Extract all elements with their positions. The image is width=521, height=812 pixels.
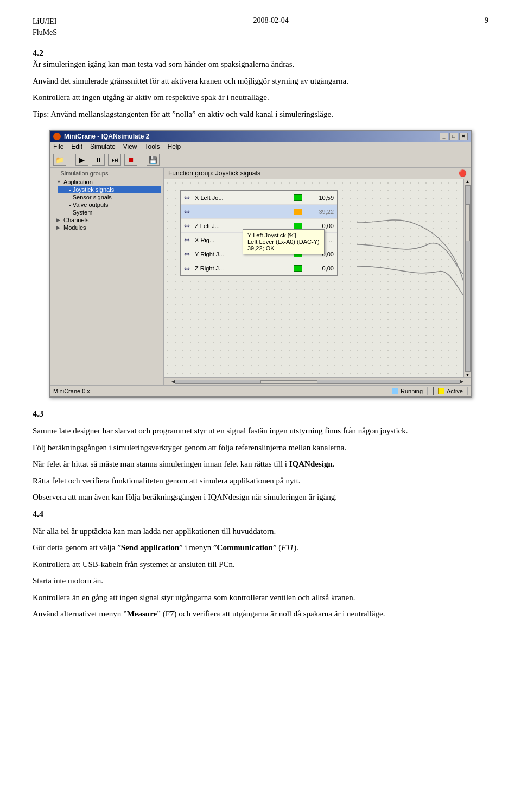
- signal-row-6[interactable]: ⇔ Z Right J... 0,00: [181, 261, 337, 275]
- signal-value-3: 0,00: [304, 223, 337, 229]
- signal-icon-1: ⇔: [181, 193, 193, 202]
- signal-row-2[interactable]: ⇔ 39,22: [181, 205, 337, 219]
- vertical-scrollbar[interactable]: ▲ ▼: [463, 179, 471, 377]
- signal-icon-5: ⇔: [181, 250, 193, 258]
- toolbar-stop-btn[interactable]: ⏹: [124, 154, 137, 166]
- window-title: MiniCrane - IQANsimulate 2: [64, 133, 149, 140]
- tooltip-line2: Left Lever (Lx-A0) (DAC-Y): [247, 238, 320, 245]
- section-44-para6-end: ” (F7) och verifiera att utgångarna är n…: [157, 609, 385, 618]
- menu-simulate[interactable]: Simulate: [90, 143, 116, 150]
- tooltip-box: Y Left Joystick [%] Left Lever (Lx-A0) (…: [243, 229, 325, 254]
- status-active-label: Active: [447, 388, 463, 394]
- menu-help[interactable]: Help: [168, 143, 181, 150]
- menu-edit[interactable]: Edit: [71, 143, 82, 150]
- tree-item-system[interactable]: - System: [58, 209, 161, 216]
- sidebar-title: - - Simulation groups: [52, 170, 161, 177]
- scroll-h-track: [175, 380, 460, 384]
- section-43-para4: Rätta felet och verifiera funktionalitet…: [33, 475, 488, 487]
- scroll-h-thumb[interactable]: [260, 380, 317, 383]
- scroll-up-arrow[interactable]: ▲: [466, 179, 470, 184]
- section-44-communication: Communication: [217, 543, 273, 552]
- signal-row-1[interactable]: ⇔ X Left Jo... 10,59: [181, 191, 337, 205]
- toolbar: 📁 ▶ ⏸ ⏭ ⏹ 💾: [50, 152, 471, 168]
- maximize-button[interactable]: □: [449, 133, 458, 140]
- tree-item-joystick[interactable]: - Joystick signals: [58, 186, 161, 193]
- tree-item-channels[interactable]: ▶ Channels: [52, 216, 161, 224]
- section-44-para2: Gör detta genom att välja ”Send applicat…: [33, 542, 488, 554]
- scroll-thumb[interactable]: [466, 204, 470, 241]
- signal-value-1: 10,59: [304, 194, 337, 201]
- status-version: MiniCrane 0.x: [53, 388, 382, 394]
- section-43-para3-text: När felet är hittat så måste man stanna …: [33, 459, 287, 468]
- section-44-heading: 4.4: [33, 508, 488, 521]
- menu-view[interactable]: View: [123, 143, 137, 150]
- scroll-down-arrow[interactable]: ▼: [466, 373, 470, 377]
- section-44-para2-start: Gör detta genom att välja ”: [33, 543, 121, 552]
- header-date: 2008-02-04: [253, 16, 288, 25]
- section-43-para3: När felet är hittat så måste man stanna …: [33, 458, 488, 470]
- status-bar: MiniCrane 0.x Running Active: [50, 385, 471, 396]
- tree-item-sensor[interactable]: - Sensor signals: [58, 193, 161, 201]
- title-bar-buttons[interactable]: _ □ ✕: [440, 133, 468, 140]
- signal-value-2: 39,22: [304, 209, 337, 215]
- section-42-para3: Kontrollera att ingen utgång är aktiv om…: [33, 91, 488, 104]
- page-header: LiU/IEI FluMeS 2008-02-04 9: [33, 16, 488, 37]
- signal-indicator-1: [294, 194, 302, 201]
- tooltip-line3: 39,22; OK: [247, 245, 320, 251]
- toolbar-play-btn[interactable]: ▶: [75, 154, 88, 166]
- app-icon: [53, 133, 61, 140]
- signal-indicator-3: [294, 223, 302, 229]
- section-44-para4: Starta inte motorn än.: [33, 575, 488, 587]
- section-43-para3-end: .: [333, 459, 335, 468]
- tree-item-application[interactable]: ▼ Application: [52, 178, 161, 186]
- section-42-para1: Är simuleringen igång kan man testa vad …: [33, 58, 488, 71]
- signal-icon-2: ⇔: [181, 207, 193, 216]
- toolbar-sep1: [71, 154, 71, 165]
- tree-item-modules[interactable]: ▶ Modules: [52, 224, 161, 231]
- title-bar: MiniCrane - IQANsimulate 2 _ □ ✕: [50, 131, 471, 142]
- signal-icon-4: ⇔: [181, 236, 193, 244]
- menu-file[interactable]: File: [53, 143, 63, 150]
- function-panel-body: ⇔ X Left Jo... 10,59 ⇔ 39,22 ⇔: [164, 179, 471, 377]
- section-43-para5: Observera att man även kan följa beräkni…: [33, 491, 488, 503]
- status-running-label: Running: [401, 388, 423, 394]
- section-44-measure: Measure: [127, 609, 157, 618]
- expander-channels: ▶: [56, 217, 62, 223]
- toolbar-save-btn[interactable]: 💾: [147, 154, 160, 166]
- minimize-button[interactable]: _: [440, 133, 448, 140]
- main-content: - - Simulation groups ▼ Application - Jo…: [50, 168, 471, 385]
- signal-value-6: 0,00: [304, 265, 337, 272]
- horizontal-scrollbar[interactable]: ◀ ▶: [164, 377, 471, 385]
- section-43-para2: Följ beräkningsgången i simuleringsverkt…: [33, 442, 488, 454]
- close-button[interactable]: ✕: [459, 133, 468, 140]
- signal-icon-3: ⇔: [181, 222, 193, 230]
- signal-indicator-2: [294, 209, 302, 215]
- signal-indicator-6: [294, 265, 302, 272]
- section-43-heading: 4.3: [33, 407, 488, 420]
- toolbar-open-btn[interactable]: 📁: [53, 154, 66, 166]
- institution-line2: FluMeS: [33, 27, 57, 38]
- section-44-para6-start: Använd alternativet menyn ”: [33, 609, 127, 618]
- scroll-right-arrow[interactable]: ▶: [460, 379, 463, 384]
- scroll-track: [465, 185, 471, 372]
- section-44-para2-end2: ” (: [273, 543, 281, 552]
- status-active-badge: Active: [433, 387, 468, 395]
- function-panel: Function group: Joystick signals 🔴 ⇔ X L…: [164, 168, 471, 385]
- toolbar-pause-btn[interactable]: ⏸: [92, 154, 105, 166]
- sidebar: - - Simulation groups ▼ Application - Jo…: [50, 168, 164, 385]
- signal-icon-6: ⇔: [181, 265, 193, 273]
- section-44-para3: Kontrollera att USB-kabeln från systemet…: [33, 558, 488, 571]
- menu-bar: File Edit Simulate View Tools Help: [50, 142, 471, 152]
- menu-tools[interactable]: Tools: [145, 143, 160, 150]
- section-42-heading: 4.2: [33, 48, 488, 58]
- section-44-para5: Kontrollera än en gång att ingen signal …: [33, 591, 488, 604]
- expander-modules: ▶: [56, 225, 62, 230]
- section-44-para6: Använd alternativet menyn ”Measure” (F7)…: [33, 608, 488, 620]
- section-43-para1: Samme late designer har slarvat och prog…: [33, 425, 488, 437]
- tree-item-valve[interactable]: - Valve outputs: [58, 201, 161, 209]
- status-running-light: [392, 388, 398, 394]
- toolbar-step-btn[interactable]: ⏭: [108, 154, 121, 166]
- page-number: 9: [485, 16, 488, 25]
- section-44-send-app: Send application: [121, 543, 179, 552]
- section-44-f11: F11: [281, 543, 294, 552]
